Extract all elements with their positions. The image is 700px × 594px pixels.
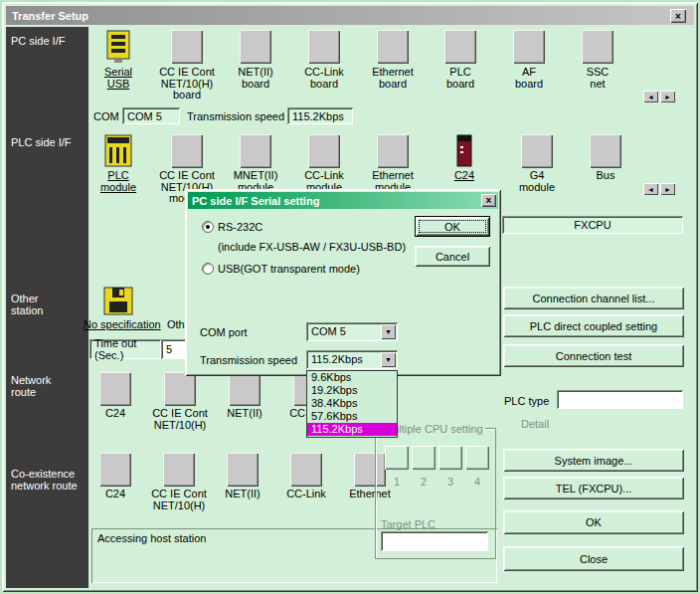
dropdown-option-selected[interactable]: 115.2Kbps <box>307 423 397 436</box>
rs232c-note: (include FX-USB-AW / FX3U-USB-BD) <box>218 241 406 253</box>
plc-if-scroll-right-icon[interactable]: ► <box>660 183 675 195</box>
c24-icon[interactable] <box>454 134 474 168</box>
connection-test-button[interactable]: Connection test <box>503 344 684 367</box>
transmission-speed-field: 115.2Kbps <box>287 107 353 124</box>
floppy-glyph <box>103 287 133 316</box>
sidebar-label-plc-side: PLC side I/F <box>11 136 72 148</box>
rs232c-radio-label: RS-232C <box>218 221 262 233</box>
dialog-cancel-button[interactable]: Cancel <box>415 246 490 267</box>
pc-if-label-af-board: AF board <box>495 67 563 90</box>
cclink-module-icon[interactable] <box>308 134 340 168</box>
pc-if-label-ccie-board: CC IE Cont NET/10(H) board <box>153 67 221 101</box>
cpu-type-value: FXCPU <box>574 219 611 231</box>
plc-module-icon[interactable] <box>102 134 134 168</box>
dialog-ok-button[interactable]: OK <box>415 216 490 237</box>
pc-if-label-cclink-board: CC-Link board <box>290 67 358 90</box>
transmission-speed-label: Transmission speed <box>187 110 284 122</box>
speed-combo-value: 115.2Kbps <box>311 353 363 365</box>
com-label: COM <box>93 110 119 122</box>
cclink-board-icon[interactable] <box>308 30 340 64</box>
plc-direct-coupled-setting-button[interactable]: PLC direct coupled setting <box>503 314 684 337</box>
plc-type-field[interactable] <box>557 390 683 409</box>
pc-if-label-ethernet-board: Ethernet board <box>359 67 427 90</box>
accessing-host-station-label: Accessing host station <box>97 532 206 544</box>
window-title: Transfer Setup <box>12 10 88 22</box>
network-ccie-icon[interactable] <box>164 372 196 406</box>
speed-combo[interactable]: 115.2Kbps ▼ <box>306 350 398 369</box>
main-ok-button[interactable]: OK <box>503 510 684 534</box>
ccie-module-icon[interactable] <box>171 134 203 168</box>
cpu-number-1: 1 <box>385 476 409 488</box>
sidebar: PC side I/F PLC side I/F Other station N… <box>6 27 88 588</box>
plc-module-glyph <box>102 134 134 168</box>
plc-if-label-plc-module: PLC module <box>85 170 152 193</box>
com-port-combo[interactable]: COM 5 ▼ <box>306 322 398 341</box>
no-specification-label: No specification <box>84 318 161 330</box>
dropdown-option[interactable]: 19.2Kbps <box>307 384 397 397</box>
plc-board-icon[interactable] <box>444 30 476 64</box>
sidebar-label-coexistence: Co-existence network route <box>11 468 78 492</box>
timeout-label: Time out (Sec.) <box>94 337 161 361</box>
system-image-button[interactable]: System image... <box>503 449 684 472</box>
af-board-icon[interactable] <box>513 30 545 64</box>
cpu-type-field: FXCPU <box>502 216 683 234</box>
close-icon[interactable]: × <box>670 9 686 23</box>
network-label-net2: NET(II) <box>211 408 278 420</box>
serial-dialog-title: PC side I/F Serial setting <box>192 195 319 207</box>
floppy-icon[interactable] <box>103 287 133 316</box>
coex-cclink-icon[interactable] <box>290 453 322 487</box>
mnet2-module-icon[interactable] <box>240 134 271 168</box>
com-port-label: COM port <box>200 326 248 338</box>
bus-icon[interactable] <box>590 134 621 168</box>
connection-channel-list-button[interactable]: Connection channel list... <box>503 287 684 309</box>
tel-fxcpu-button[interactable]: TEL (FXCPU)... <box>503 477 684 499</box>
pc-if-label-ssc-net: SSC net <box>564 67 631 90</box>
target-plc-field[interactable] <box>381 531 488 551</box>
net2-board-icon[interactable] <box>240 30 271 64</box>
com-port-value: COM 5 <box>311 325 346 337</box>
rs232c-radio[interactable] <box>202 221 214 233</box>
coex-ccie-icon[interactable] <box>163 453 195 487</box>
coex-label-cclink: CC-Link <box>272 489 340 500</box>
c24-glyph <box>454 134 474 168</box>
serial-dialog-titlebar: PC side I/F Serial setting × <box>188 192 498 209</box>
dropdown-option[interactable]: 38.4Kbps <box>307 397 397 410</box>
dropdown-option[interactable]: 9.6Kbps <box>307 371 397 384</box>
timeout-label-box: Time out (Sec.) <box>89 339 161 359</box>
dropdown-option[interactable]: 57.6Kbps <box>307 410 397 423</box>
ccie-board-icon[interactable] <box>171 30 203 64</box>
coex-label-net2: NET(II) <box>209 489 276 500</box>
pc-if-label-plc-board: PLC board <box>427 67 494 90</box>
coex-net2-icon[interactable] <box>227 453 259 487</box>
cpu-number-3: 3 <box>438 476 462 488</box>
cpu-slot-4-button[interactable] <box>465 446 489 470</box>
ethernet-module-icon[interactable] <box>377 134 409 168</box>
cpu-slot-1-button[interactable] <box>385 446 409 470</box>
ssc-net-icon[interactable] <box>582 30 613 64</box>
pc-if-scroll-left-icon[interactable]: ◄ <box>643 91 658 102</box>
speed-dropdown-icon[interactable]: ▼ <box>381 352 396 367</box>
serial-dialog-close-icon[interactable]: × <box>481 194 496 207</box>
pc-if-label-serial-usb: Serial USB <box>85 67 152 90</box>
plc-if-label-g4-module: G4 module <box>503 170 571 193</box>
g4-module-icon[interactable] <box>521 134 553 168</box>
sidebar-label-other-station: Other station <box>11 293 43 316</box>
ethernet-board-icon[interactable] <box>377 30 409 64</box>
target-plc-label: Target PLC <box>381 518 436 530</box>
transfer-setup-window: Transfer Setup × PC side I/F PLC side I/… <box>0 0 700 594</box>
coex-c24-icon[interactable] <box>99 453 131 487</box>
cpu-slot-3-button[interactable] <box>438 446 462 470</box>
cpu-slot-2-button[interactable] <box>412 446 436 470</box>
coex-label-c24: C24 <box>82 489 149 500</box>
plc-if-scroll-left-icon[interactable]: ◄ <box>643 183 658 195</box>
pc-if-scroll-right-icon[interactable]: ► <box>660 91 675 102</box>
plc-if-label-bus: Bus <box>572 170 639 182</box>
main-close-button[interactable]: Close <box>503 546 684 571</box>
usb-radio[interactable] <box>202 263 214 275</box>
network-c24-icon[interactable] <box>99 372 131 406</box>
cpu-number-4: 4 <box>465 476 489 488</box>
com-port-dropdown-icon[interactable]: ▼ <box>381 324 396 339</box>
network-net2-icon[interactable] <box>229 372 261 406</box>
serial-usb-icon[interactable] <box>102 30 134 64</box>
plc-if-label-c24: C24 <box>431 170 498 182</box>
